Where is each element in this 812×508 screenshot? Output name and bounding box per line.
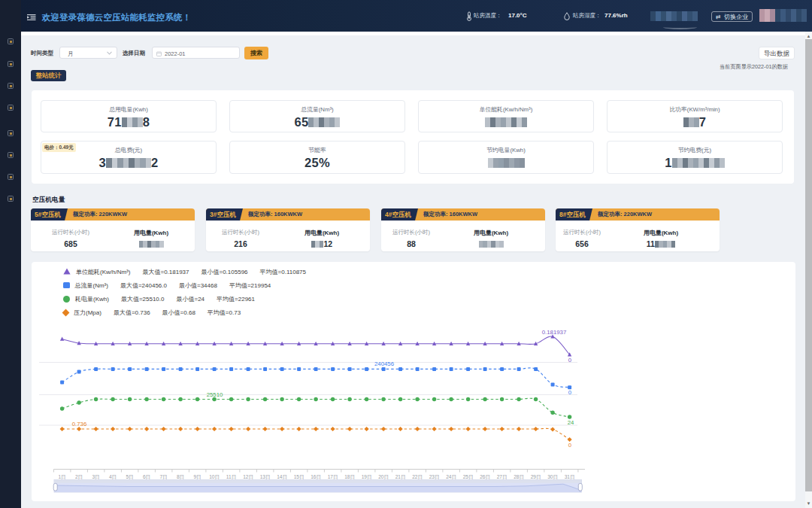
- svg-text:11日: 11日: [226, 474, 236, 480]
- svg-text:0.181937: 0.181937: [542, 329, 567, 336]
- svg-text:8日: 8日: [177, 474, 184, 480]
- svg-text:31日: 31日: [565, 474, 575, 480]
- svg-text:19日: 19日: [362, 474, 372, 480]
- svg-text:12日: 12日: [243, 474, 253, 480]
- svg-text:18日: 18日: [344, 474, 355, 480]
- svg-text:3日: 3日: [92, 474, 99, 480]
- svg-text:26日: 26日: [480, 474, 490, 480]
- svg-text:17日: 17日: [328, 474, 338, 480]
- svg-text:0: 0: [568, 357, 572, 364]
- svg-text:25510: 25510: [207, 391, 223, 398]
- svg-text:240456: 240456: [374, 360, 394, 367]
- svg-text:24: 24: [568, 419, 574, 426]
- svg-text:16日: 16日: [311, 474, 321, 480]
- svg-text:25日: 25日: [463, 474, 474, 480]
- svg-text:10日: 10日: [209, 474, 220, 480]
- svg-text:7日: 7日: [159, 474, 167, 480]
- svg-text:0: 0: [568, 442, 572, 449]
- svg-text:29日: 29日: [531, 474, 541, 480]
- svg-text:27日: 27日: [497, 474, 508, 480]
- svg-text:5日: 5日: [126, 474, 133, 480]
- svg-text:20日: 20日: [378, 474, 389, 480]
- svg-text:13日: 13日: [260, 474, 271, 480]
- svg-text:22日: 22日: [412, 474, 423, 480]
- svg-text:0.736: 0.736: [72, 421, 87, 427]
- svg-text:21日: 21日: [395, 474, 406, 480]
- svg-text:9日: 9日: [193, 474, 201, 480]
- svg-text:23日: 23日: [429, 474, 440, 480]
- svg-text:30日: 30日: [547, 474, 558, 480]
- svg-text:0: 0: [568, 389, 572, 396]
- svg-text:28日: 28日: [514, 474, 524, 480]
- svg-text:4日: 4日: [109, 474, 117, 480]
- svg-text:6日: 6日: [143, 474, 150, 480]
- svg-text:24日: 24日: [446, 474, 456, 480]
- svg-text:14日: 14日: [277, 474, 287, 480]
- svg-text:2日: 2日: [75, 474, 83, 480]
- svg-text:1日: 1日: [58, 474, 65, 480]
- svg-text:15日: 15日: [294, 474, 304, 480]
